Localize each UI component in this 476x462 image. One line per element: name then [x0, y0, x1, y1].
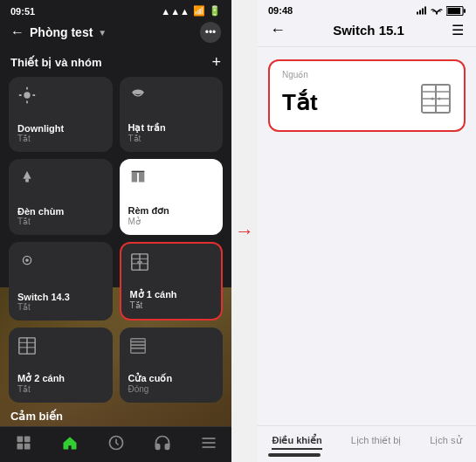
room-title: Phòng test	[30, 25, 93, 39]
wifi-icon	[431, 6, 443, 15]
tab-indicator-row	[258, 453, 476, 457]
svg-point-0	[24, 92, 30, 98]
svg-point-18	[140, 261, 141, 263]
right-arrow-icon: →	[235, 220, 254, 243]
svg-point-48	[431, 98, 434, 100]
svg-rect-9	[131, 173, 136, 183]
downlight-status: Tắt	[17, 134, 104, 143]
left-status-bar: 09:51 ▲▲▲ 📶 🔋	[0, 0, 231, 18]
battery-icon	[446, 6, 466, 16]
svg-rect-7	[25, 179, 29, 183]
svg-rect-10	[138, 173, 143, 183]
tab-lich-thiet-bi[interactable]: Lịch thiết bị	[351, 435, 402, 450]
hat-tran-icon	[128, 86, 215, 109]
svg-rect-36	[419, 10, 421, 15]
device-tile-den-chum[interactable]: Đèn chùm Tắt	[9, 159, 113, 234]
wifi-icon: 📶	[193, 5, 205, 17]
svg-rect-26	[130, 348, 145, 349]
device-tile-rem-don[interactable]: Rèm đơn Mở	[120, 159, 224, 234]
svg-rect-27	[17, 437, 23, 443]
device-tile-cua-cuon[interactable]: Cửa cuốn Đóng	[120, 328, 224, 403]
back-arrow-icon[interactable]: ←	[10, 24, 24, 40]
device-tile-hat-tran[interactable]: Hạt trần Tắt	[120, 77, 224, 152]
rem-don-name: Rèm đơn	[128, 205, 215, 217]
tab-lich-su[interactable]: Lịch sử	[430, 435, 461, 450]
device-tile-downlight[interactable]: Downlight Tắt	[9, 77, 113, 152]
more-options-button[interactable]: •••	[200, 22, 221, 43]
signal-icon: ▲▲▲	[161, 6, 190, 17]
tab-dieu-khien[interactable]: Điều khiển	[272, 435, 321, 450]
control-value: Tắt	[282, 89, 318, 116]
cua-cuon-name: Cửa cuốn	[128, 373, 215, 384]
section-title: Thiết bị và nhóm	[10, 56, 101, 69]
device-tile-mo1canh[interactable]: Mở 1 cánh Tắt	[120, 242, 224, 321]
nav-grid-button[interactable]	[15, 434, 32, 452]
svg-point-39	[436, 12, 438, 14]
device-tile-mo2canh[interactable]: Mở 2 cánh Tắt	[9, 328, 113, 403]
right-bottom-tabs: Điều khiển Lịch thiết bị Lịch sử	[258, 425, 476, 462]
control-card: Nguồn Tắt	[268, 59, 466, 132]
add-device-button[interactable]: +	[211, 53, 221, 72]
svg-rect-41	[447, 7, 460, 13]
left-header-left: ← Phòng test ▼	[10, 24, 107, 40]
rem-don-icon	[128, 168, 215, 191]
svg-rect-29	[17, 444, 23, 450]
svg-rect-30	[24, 444, 30, 450]
hat-tran-name: Hạt trần	[128, 122, 215, 134]
left-time: 09:51	[10, 6, 35, 17]
dropdown-icon[interactable]: ▼	[98, 28, 107, 38]
left-status-icons: ▲▲▲ 📶 🔋	[161, 5, 221, 17]
den-chum-status: Tắt	[17, 217, 104, 226]
nav-clock-button[interactable]	[107, 434, 125, 452]
device-grid: Downlight Tắt Hạt trần Tắt Đèn chùm Tắt	[0, 77, 231, 403]
mo2canh-status: Tắt	[17, 384, 104, 394]
gate-icon-large	[420, 83, 452, 121]
tab-row: Điều khiển Lịch thiết bị Lịch sử	[258, 426, 476, 453]
right-time: 09:48	[268, 5, 293, 16]
section-header: Thiết bị và nhóm +	[0, 50, 231, 77]
den-chum-icon	[17, 168, 104, 191]
tab-indicator	[268, 453, 321, 457]
svg-rect-37	[422, 9, 424, 15]
right-header: ← Switch 15.1 ☰	[258, 17, 476, 47]
mo2canh-icon	[17, 336, 104, 360]
rem-don-status: Mở	[128, 217, 215, 226]
svg-rect-35	[417, 12, 418, 15]
left-panel: 09:51 ▲▲▲ 📶 🔋 ← Phòng test ▼ ••• Thiết b…	[0, 0, 231, 462]
right-status-bar: 09:48	[258, 0, 476, 17]
right-panel: 09:48 ← Switch 15.1 ☰ Nguồn Tắt	[258, 0, 476, 462]
battery-icon: 🔋	[209, 5, 221, 17]
cua-cuon-icon	[128, 336, 215, 360]
control-label: Nguồn	[282, 70, 452, 79]
svg-rect-28	[24, 437, 30, 443]
mo1canh-status: Tắt	[130, 300, 213, 310]
svg-marker-6	[23, 171, 31, 179]
svg-rect-8	[131, 171, 144, 173]
svg-rect-42	[464, 9, 466, 12]
svg-rect-38	[424, 7, 426, 15]
nav-menu-button[interactable]	[200, 434, 217, 452]
hamburger-menu-button[interactable]: ☰	[452, 22, 464, 38]
signal-bars-icon	[417, 6, 427, 15]
right-back-button[interactable]: ←	[270, 21, 286, 39]
den-chum-name: Đèn chùm	[17, 206, 104, 217]
nav-headphone-button[interactable]	[154, 434, 171, 452]
svg-point-17	[137, 261, 139, 263]
left-header: ← Phòng test ▼ •••	[0, 18, 231, 50]
device-tile-switch-14[interactable]: Switch 14.3 Tắt	[9, 242, 113, 321]
mo1canh-name: Mở 1 cánh	[130, 289, 213, 300]
right-page-title: Switch 15.1	[333, 23, 404, 38]
switch-14-name: Switch 14.3	[17, 292, 104, 302]
cua-cuon-status: Đóng	[128, 384, 215, 394]
svg-rect-25	[130, 344, 145, 346]
sensor-section: Cảm biến	[0, 403, 231, 426]
svg-point-12	[25, 259, 29, 262]
left-bottom-nav	[0, 426, 231, 462]
svg-point-49	[438, 98, 441, 100]
nav-home-button[interactable]	[61, 434, 79, 452]
mo1canh-icon	[130, 252, 213, 276]
switch-14-icon	[17, 251, 104, 274]
mo2canh-name: Mở 2 cánh	[17, 373, 104, 384]
right-status-icons	[417, 6, 466, 16]
control-row: Tắt	[282, 83, 452, 121]
